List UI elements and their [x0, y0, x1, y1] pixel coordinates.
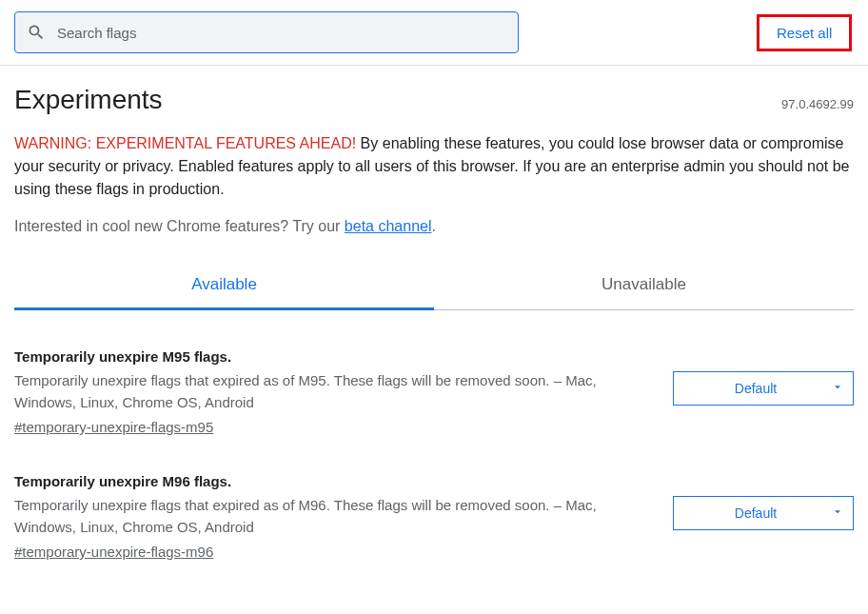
top-bar: Reset all — [0, 0, 868, 66]
tabs: Available Unavailable — [14, 264, 854, 310]
flag-select[interactable]: Default — [673, 371, 854, 406]
flag-anchor-link[interactable]: #temporary-unexpire-flags-m95 — [14, 419, 213, 435]
warning-prefix: WARNING: EXPERIMENTAL FEATURES AHEAD! — [14, 135, 356, 151]
select-wrap: Default — [673, 371, 854, 406]
beta-channel-link[interactable]: beta channel — [345, 218, 432, 234]
select-wrap: Default — [673, 496, 854, 530]
page-title: Experiments — [14, 85, 163, 115]
flag-text: Temporarily unexpire M95 flags. Temporar… — [14, 348, 644, 435]
version-label: 97.0.4692.99 — [781, 97, 854, 111]
search-container[interactable] — [14, 11, 519, 53]
flag-description: Temporarily unexpire flags that expired … — [14, 370, 644, 413]
search-input[interactable] — [57, 25, 506, 41]
flag-control: Default — [673, 371, 854, 406]
promo-after: . — [431, 218, 435, 234]
content-area: Experiments 97.0.4692.99 WARNING: EXPERI… — [0, 66, 868, 560]
promo-text: Interested in cool new Chrome features? … — [14, 218, 854, 235]
flag-item: Temporarily unexpire M96 flags. Temporar… — [14, 473, 854, 560]
flag-text: Temporarily unexpire M96 flags. Temporar… — [14, 473, 644, 560]
flag-anchor-link[interactable]: #temporary-unexpire-flags-m96 — [14, 544, 213, 560]
flag-item: Temporarily unexpire M95 flags. Temporar… — [14, 348, 854, 435]
tab-available[interactable]: Available — [14, 264, 434, 310]
warning-block: WARNING: EXPERIMENTAL FEATURES AHEAD! By… — [14, 132, 854, 201]
flag-control: Default — [673, 496, 854, 530]
flag-description: Temporarily unexpire flags that expired … — [14, 495, 644, 538]
flag-list: Temporarily unexpire M95 flags. Temporar… — [14, 348, 854, 560]
flag-select[interactable]: Default — [673, 496, 854, 530]
search-icon — [27, 23, 46, 42]
reset-all-button[interactable]: Reset all — [757, 14, 852, 51]
promo-before: Interested in cool new Chrome features? … — [14, 218, 345, 234]
header-row: Experiments 97.0.4692.99 — [14, 85, 854, 115]
tab-unavailable[interactable]: Unavailable — [434, 264, 854, 309]
flag-title: Temporarily unexpire M95 flags. — [14, 348, 644, 365]
flag-title: Temporarily unexpire M96 flags. — [14, 473, 644, 489]
